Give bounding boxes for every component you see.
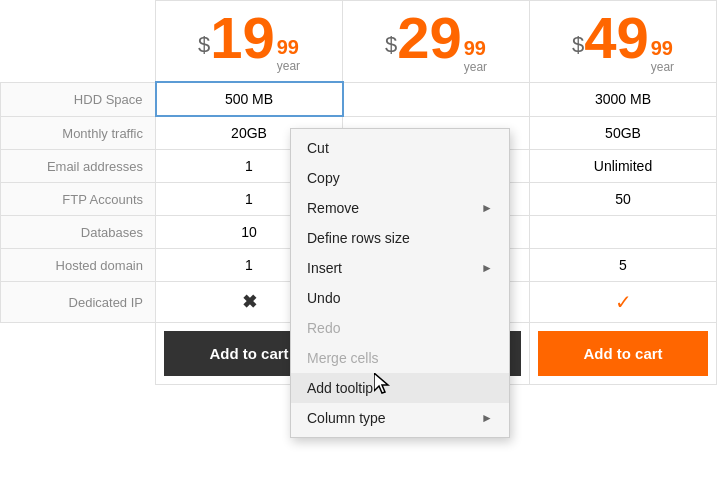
x-icon: ✖ — [242, 292, 257, 312]
plan1-period: year — [277, 59, 300, 73]
empty-cart-label — [1, 323, 156, 385]
context-menu-copy[interactable]: Copy — [291, 163, 509, 193]
feature-label: Hosted domain — [1, 249, 156, 282]
plan3-db — [530, 216, 717, 249]
feature-label: Monthly traffic — [1, 116, 156, 150]
plan2-cents: 99 — [464, 36, 487, 60]
plan2-dollar: $ — [385, 33, 397, 58]
plan1-price-header: $1999year — [156, 1, 343, 83]
context-menu-cut[interactable]: Cut — [291, 133, 509, 163]
plan2-period: year — [464, 60, 487, 74]
context-menu-column-type[interactable]: Column type ► — [291, 403, 509, 433]
plan3-email: Unlimited — [530, 150, 717, 183]
plan3-cents-block: 99year — [651, 36, 674, 74]
plan1-hdd: 500 MB — [156, 82, 343, 116]
context-menu-insert[interactable]: Insert ► — [291, 253, 509, 283]
context-menu-undo[interactable]: Undo — [291, 283, 509, 313]
insert-submenu-arrow: ► — [481, 261, 493, 275]
feature-label: Databases — [1, 216, 156, 249]
plan2-integer: 29 — [397, 5, 462, 70]
plan1-dollar: $ — [198, 32, 210, 57]
column-type-submenu-arrow: ► — [481, 411, 493, 425]
feature-label: Email addresses — [1, 150, 156, 183]
check-icon: ✓ — [615, 291, 632, 313]
plan3-integer: 49 — [584, 5, 649, 70]
plan3-dollar: $ — [572, 33, 584, 58]
context-menu-merge-label: Merge cells — [307, 350, 379, 366]
context-menu: Cut Copy Remove ► Define rows size Inser… — [290, 128, 510, 438]
context-menu-define-rows[interactable]: Define rows size — [291, 223, 509, 253]
context-menu-insert-label: Insert — [307, 260, 342, 276]
plan3-cart-cell: Add to cart — [530, 323, 717, 385]
context-menu-redo-label: Redo — [307, 320, 340, 336]
context-menu-remove[interactable]: Remove ► — [291, 193, 509, 223]
plan3-period: year — [651, 60, 674, 74]
plan3-hosted: 5 — [530, 249, 717, 282]
context-menu-copy-label: Copy — [307, 170, 340, 186]
plan2-cents-block: 99year — [464, 36, 487, 74]
plan2-hdd — [343, 82, 530, 116]
context-menu-add-tooltip-label: Add tooltip — [307, 380, 373, 396]
plan3-ip: ✓ — [530, 282, 717, 323]
plan3-ftp: 50 — [530, 183, 717, 216]
feature-label: Dedicated IP — [1, 282, 156, 323]
plan3-traffic: 50GB — [530, 116, 717, 150]
plan1-cents: 99 — [277, 35, 300, 59]
feature-label: HDD Space — [1, 82, 156, 116]
context-menu-redo[interactable]: Redo — [291, 313, 509, 343]
plan3-cents: 99 — [651, 36, 674, 60]
context-menu-add-tooltip[interactable]: Add tooltip — [291, 373, 509, 403]
plan1-integer: 19 — [210, 5, 275, 70]
context-menu-column-type-label: Column type — [307, 410, 386, 426]
feature-label: FTP Accounts — [1, 183, 156, 216]
plan3-price-header: $4999year — [530, 1, 717, 83]
table-row: HDD Space 500 MB 3000 MB — [1, 82, 717, 116]
context-menu-undo-label: Undo — [307, 290, 340, 306]
context-menu-merge[interactable]: Merge cells — [291, 343, 509, 373]
context-menu-define-rows-label: Define rows size — [307, 230, 410, 246]
remove-submenu-arrow: ► — [481, 201, 493, 215]
context-menu-remove-label: Remove — [307, 200, 359, 216]
plan3-hdd: 3000 MB — [530, 82, 717, 116]
context-menu-cut-label: Cut — [307, 140, 329, 156]
plan3-add-to-cart-button[interactable]: Add to cart — [538, 331, 708, 376]
plan1-cents-block: 99year — [277, 35, 300, 73]
plan2-price-header: $2999year — [343, 1, 530, 83]
empty-header-cell — [1, 1, 156, 83]
